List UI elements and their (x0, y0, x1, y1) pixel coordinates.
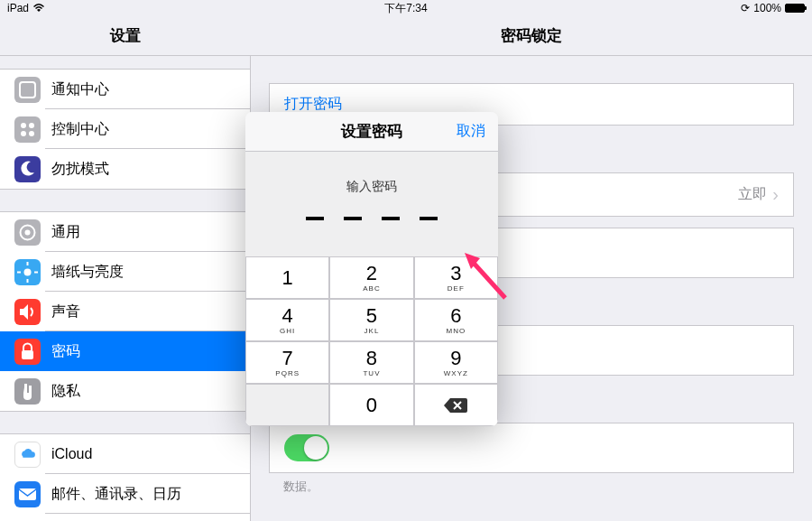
chevron-right-icon: › (772, 184, 779, 205)
backspace-icon (444, 397, 467, 414)
title-bar: 设置 密码锁定 (0, 16, 812, 56)
wifi-icon (32, 4, 45, 13)
sidebar-item-wallpaper[interactable]: 墙纸与亮度 (0, 252, 250, 292)
key-letters: MNO (446, 327, 466, 335)
notif-icon (14, 77, 41, 103)
battery-percent: 100% (753, 2, 781, 14)
pin-dash (382, 217, 400, 220)
pin-dash (344, 217, 362, 220)
sidebar-item-sounds[interactable]: 声音 (0, 292, 250, 331)
keypad-key-7[interactable]: 7PQRS (245, 341, 329, 384)
cloud-icon (14, 442, 41, 468)
sidebar-item-label: 勿扰模式 (51, 160, 109, 179)
sound-icon (14, 299, 41, 325)
keypad-empty (245, 384, 329, 426)
moon-icon (14, 156, 41, 182)
sidebar-item-label: 隐私 (51, 382, 80, 401)
svg-point-4 (29, 131, 34, 136)
svg-point-7 (24, 268, 32, 275)
sidebar-item-label: 墙纸与亮度 (51, 263, 124, 282)
detail-title: 密码锁定 (251, 16, 812, 55)
svg-point-1 (21, 123, 26, 128)
toggle-switch[interactable] (284, 434, 329, 461)
key-number: 5 (366, 306, 377, 326)
key-number: 0 (366, 395, 377, 415)
cancel-button[interactable]: 取消 (457, 122, 485, 141)
svg-rect-13 (19, 488, 36, 500)
enter-passcode-prompt: 输入密码 (245, 179, 498, 195)
key-letters: ABC (363, 284, 380, 293)
sidebar-item-label: 邮件、通讯录、日历 (51, 485, 181, 504)
settings-sidebar: 通知中心控制中心勿扰模式通用墙纸与亮度声音密码隐私iCloud邮件、通讯录、日历… (0, 56, 251, 521)
keypad-key-5[interactable]: 5JKL (329, 299, 413, 341)
sidebar-item-label: 控制中心 (51, 120, 109, 139)
key-number: 9 (450, 349, 461, 368)
keypad-delete-button[interactable] (414, 384, 498, 426)
device-label: iPad (7, 2, 29, 14)
keypad-key-1[interactable]: 1 (245, 256, 329, 299)
keypad-key-9[interactable]: 9WXYZ (414, 341, 498, 384)
mail-icon (14, 481, 41, 507)
key-number: 8 (366, 349, 377, 368)
sidebar-item-mail[interactable]: 邮件、通讯录、日历 (0, 474, 250, 514)
svg-rect-0 (20, 82, 35, 98)
sidebar-item-passcode[interactable]: 密码 (0, 331, 250, 371)
pin-dash (420, 217, 438, 220)
gear-icon (14, 219, 41, 246)
data-caption: 数据。 (269, 473, 794, 500)
keypad-key-4[interactable]: 4GHI (245, 299, 329, 341)
pin-dash (306, 217, 324, 220)
keypad-key-2[interactable]: 2ABC (329, 256, 413, 299)
sidebar-item-general[interactable]: 通用 (0, 212, 250, 252)
control-icon (14, 116, 41, 143)
key-number: 7 (282, 349, 293, 368)
svg-point-3 (21, 131, 26, 136)
sidebar-item-notification-center[interactable]: 通知中心 (0, 70, 250, 109)
key-number: 4 (282, 306, 293, 326)
key-letters: DEF (448, 284, 465, 293)
key-number: 3 (450, 264, 461, 284)
svg-point-2 (29, 123, 34, 128)
keypad-key-0[interactable]: 0 (329, 384, 413, 426)
keypad-key-3[interactable]: 3DEF (414, 256, 498, 299)
hand-icon (14, 378, 41, 405)
svg-point-6 (25, 229, 31, 235)
brightness-icon (14, 259, 41, 285)
settings-title: 设置 (0, 16, 251, 55)
key-letters: WXYZ (444, 369, 468, 377)
status-time: 下午7:34 (273, 1, 540, 16)
sidebar-item-label: 密码 (51, 342, 80, 361)
numeric-keypad: 12ABC3DEF4GHI5JKL6MNO7PQRS8TUV9WXYZ0 (245, 256, 498, 426)
status-bar: iPad 下午7:34 ⟳ 100% (0, 0, 812, 16)
key-number: 2 (366, 264, 377, 284)
key-letters: TUV (363, 369, 380, 377)
sidebar-item-notes[interactable]: 备忘录 (0, 514, 250, 521)
key-letters: PQRS (275, 369, 300, 377)
svg-rect-12 (22, 350, 33, 359)
toggle-row-3[interactable] (269, 423, 794, 473)
battery-icon (785, 4, 805, 13)
key-letters: JKL (364, 327, 380, 335)
sidebar-item-dnd[interactable]: 勿扰模式 (0, 149, 250, 189)
sidebar-item-label: 声音 (51, 302, 80, 321)
key-number: 6 (450, 306, 461, 326)
sidebar-item-privacy[interactable]: 隐私 (0, 371, 250, 411)
key-number: 1 (282, 268, 293, 288)
sidebar-item-label: iCloud (51, 446, 92, 462)
sidebar-item-label: 通知中心 (51, 80, 109, 99)
keypad-key-6[interactable]: 6MNO (414, 299, 498, 341)
pin-entry (245, 217, 498, 220)
sidebar-item-control-center[interactable]: 控制中心 (0, 109, 250, 149)
require-value: 立即 (738, 185, 767, 204)
sidebar-item-label: 通用 (51, 223, 80, 242)
orientation-lock-icon: ⟳ (741, 2, 750, 14)
lock-icon (14, 339, 41, 365)
set-passcode-modal: 设置密码 取消 输入密码 12ABC3DEF4GHI5JKL6MNO7PQRS8… (245, 112, 498, 426)
key-letters: GHI (280, 327, 295, 335)
sidebar-item-icloud[interactable]: iCloud (0, 434, 250, 474)
keypad-key-8[interactable]: 8TUV (329, 341, 413, 384)
